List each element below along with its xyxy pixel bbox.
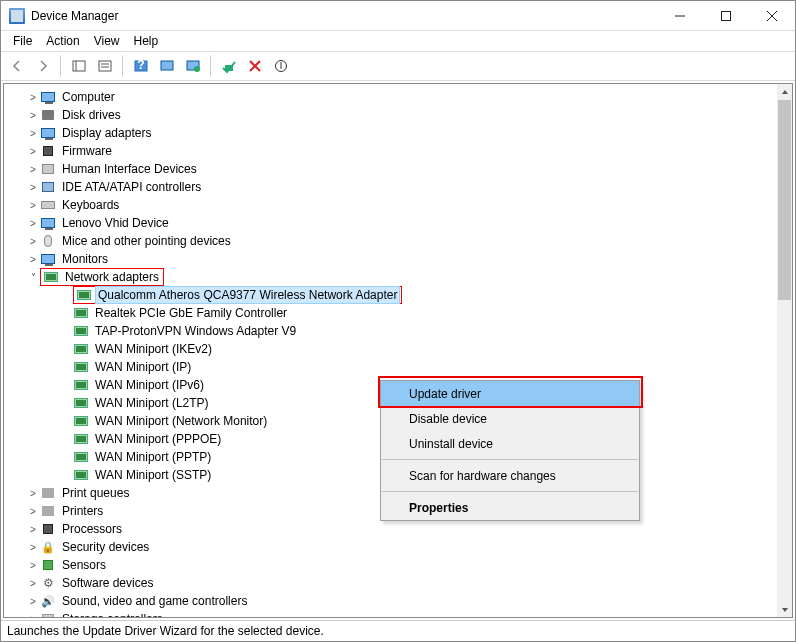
tree-category[interactable]: >Computer bbox=[4, 88, 777, 106]
disable-button[interactable] bbox=[269, 54, 293, 78]
tree-category[interactable]: >⚙Software devices bbox=[4, 574, 777, 592]
expand-icon[interactable]: > bbox=[26, 596, 40, 607]
svg-rect-8 bbox=[161, 61, 173, 70]
ctx-update-driver[interactable]: Update driver bbox=[381, 381, 639, 406]
expand-icon[interactable]: > bbox=[26, 254, 40, 265]
help-button[interactable]: ? bbox=[129, 54, 153, 78]
uninstall-button[interactable] bbox=[243, 54, 267, 78]
expand-icon[interactable]: > bbox=[26, 614, 40, 618]
expand-icon[interactable]: > bbox=[26, 524, 40, 535]
tree-category[interactable]: >Mice and other pointing devices bbox=[4, 232, 777, 250]
scroll-thumb[interactable] bbox=[778, 100, 791, 300]
nic-icon bbox=[73, 378, 89, 392]
tree-category[interactable]: >🔊Sound, video and game controllers bbox=[4, 592, 777, 610]
tree-category[interactable]: >Display adapters bbox=[4, 124, 777, 142]
scrollbar[interactable] bbox=[777, 84, 792, 617]
nic-icon bbox=[73, 468, 89, 482]
titlebar[interactable]: Device Manager bbox=[1, 1, 795, 31]
expand-icon[interactable]: > bbox=[26, 506, 40, 517]
expand-icon[interactable]: > bbox=[26, 182, 40, 193]
tree-item-label: Realtek PCIe GbE Family Controller bbox=[93, 305, 289, 321]
expand-icon[interactable]: > bbox=[26, 92, 40, 103]
expand-icon[interactable]: > bbox=[26, 200, 40, 211]
menubar: File Action View Help bbox=[1, 31, 795, 51]
tree-item-network-adapter[interactable]: TAP-ProtonVPN Windows Adapter V9 bbox=[4, 322, 777, 340]
tree-category[interactable]: >Processors bbox=[4, 520, 777, 538]
device-tree-panel: >Computer>Disk drives>Display adapters>F… bbox=[3, 83, 793, 618]
tree-category[interactable]: >Human Interface Devices bbox=[4, 160, 777, 178]
tree-category[interactable]: >Sensors bbox=[4, 556, 777, 574]
tree-item-label: Lenovo Vhid Device bbox=[60, 215, 171, 231]
forward-button[interactable] bbox=[31, 54, 55, 78]
chip-icon bbox=[40, 522, 56, 536]
expand-icon[interactable]: > bbox=[26, 560, 40, 571]
tree-item-network-adapter[interactable]: WAN Miniport (IP) bbox=[4, 358, 777, 376]
chip2-icon bbox=[40, 558, 56, 572]
scroll-down-button[interactable] bbox=[777, 602, 792, 617]
tree-item-label: WAN Miniport (Network Monitor) bbox=[93, 413, 269, 429]
close-button[interactable] bbox=[749, 1, 795, 31]
properties-button[interactable] bbox=[93, 54, 117, 78]
nic-icon bbox=[73, 450, 89, 464]
nic-icon bbox=[76, 288, 92, 302]
expand-icon[interactable]: > bbox=[26, 110, 40, 121]
menu-action[interactable]: Action bbox=[40, 32, 85, 50]
menu-file[interactable]: File bbox=[7, 32, 38, 50]
tree-item-label: WAN Miniport (SSTP) bbox=[93, 467, 213, 483]
ctx-scan-hardware[interactable]: Scan for hardware changes bbox=[381, 463, 639, 488]
tree-category[interactable]: >🔒Security devices bbox=[4, 538, 777, 556]
tree-item-network-adapter[interactable]: Qualcomm Atheros QCA9377 Wireless Networ… bbox=[4, 286, 777, 304]
minimize-button[interactable] bbox=[657, 1, 703, 31]
expand-icon[interactable]: > bbox=[26, 236, 40, 247]
tree-item-network-adapter[interactable]: Realtek PCIe GbE Family Controller bbox=[4, 304, 777, 322]
tree-item-label: Sound, video and game controllers bbox=[60, 593, 249, 609]
device-tree[interactable]: >Computer>Disk drives>Display adapters>F… bbox=[4, 84, 777, 617]
ctx-disable-device[interactable]: Disable device bbox=[381, 406, 639, 431]
hid-icon bbox=[40, 162, 56, 176]
tree-item-network-adapter[interactable]: WAN Miniport (IKEv2) bbox=[4, 340, 777, 358]
nic-icon bbox=[43, 270, 59, 284]
menu-view[interactable]: View bbox=[88, 32, 126, 50]
svg-rect-1 bbox=[73, 61, 85, 71]
tree-category[interactable]: >Disk drives bbox=[4, 106, 777, 124]
ctx-uninstall-device[interactable]: Uninstall device bbox=[381, 431, 639, 456]
expand-icon[interactable]: > bbox=[26, 542, 40, 553]
scroll-up-button[interactable] bbox=[777, 84, 792, 99]
svg-point-10 bbox=[194, 66, 200, 72]
monitor-icon bbox=[40, 216, 56, 230]
tree-category[interactable]: >Keyboards bbox=[4, 196, 777, 214]
expand-icon[interactable]: ˅ bbox=[26, 272, 40, 283]
scan-button[interactable] bbox=[155, 54, 179, 78]
menu-help[interactable]: Help bbox=[128, 32, 165, 50]
expand-icon[interactable]: > bbox=[26, 146, 40, 157]
ctx-update-label: Update driver bbox=[409, 387, 481, 401]
enable-button[interactable] bbox=[217, 54, 241, 78]
separator bbox=[122, 55, 124, 77]
tree-category[interactable]: >Lenovo Vhid Device bbox=[4, 214, 777, 232]
update-driver-button[interactable] bbox=[181, 54, 205, 78]
expand-icon[interactable]: > bbox=[26, 578, 40, 589]
tree-category[interactable]: >IDE ATA/ATAPI controllers bbox=[4, 178, 777, 196]
expand-icon[interactable]: > bbox=[26, 164, 40, 175]
lock-icon: 🔒 bbox=[40, 540, 56, 554]
tree-category-network-adapters[interactable]: ˅Network adapters bbox=[4, 268, 777, 286]
expand-icon[interactable]: > bbox=[26, 488, 40, 499]
show-hide-tree-button[interactable] bbox=[67, 54, 91, 78]
back-button[interactable] bbox=[5, 54, 29, 78]
expand-icon[interactable]: > bbox=[26, 218, 40, 229]
tree-item-label: Mice and other pointing devices bbox=[60, 233, 233, 249]
expand-icon[interactable]: > bbox=[26, 128, 40, 139]
tree-item-label: WAN Miniport (IKEv2) bbox=[93, 341, 214, 357]
tree-category[interactable]: >Firmware bbox=[4, 142, 777, 160]
monitor-icon bbox=[40, 126, 56, 140]
maximize-button[interactable] bbox=[703, 1, 749, 31]
tree-category[interactable]: >Storage controllers bbox=[4, 610, 777, 617]
tree-item-label: Human Interface Devices bbox=[60, 161, 199, 177]
tree-category[interactable]: >Monitors bbox=[4, 250, 777, 268]
scroll-track[interactable] bbox=[777, 301, 792, 602]
separator bbox=[60, 55, 62, 77]
printer-icon bbox=[40, 504, 56, 518]
generic-icon bbox=[40, 612, 56, 617]
ctx-properties[interactable]: Properties bbox=[381, 495, 639, 520]
printer-icon bbox=[40, 486, 56, 500]
